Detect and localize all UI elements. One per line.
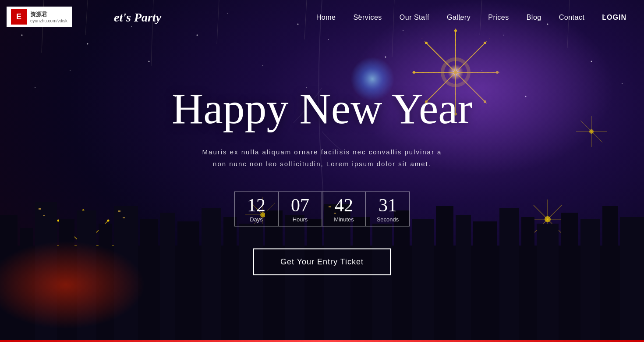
countdown-minutes: 42 Minutes [322,192,366,227]
nav-item-contact[interactable]: Contact [559,14,585,21]
svg-rect-141 [43,215,45,216]
svg-rect-135 [537,224,559,342]
nav-link-blog[interactable]: Blog [527,14,541,21]
countdown-hours-value: 07 [291,196,309,214]
svg-rect-134 [521,217,534,342]
nav-item-blog[interactable]: Blog [527,14,541,21]
svg-line-106 [548,205,562,219]
nav-link-gallery[interactable]: Gallery [447,14,471,21]
nav-item-home[interactable]: Home [316,14,336,21]
svg-rect-140 [39,208,41,210]
svg-rect-139 [620,217,644,342]
nav-link-services[interactable]: Services [353,14,382,21]
countdown-hours: 07 Hours [278,192,322,227]
countdown-seconds-label: Seconds [377,216,399,222]
countdown-seconds-value: 31 [379,196,397,214]
hero-subtitle-line1: Mauris ex nulla aliquam ornare facilisis… [202,148,442,156]
countdown-days-value: 12 [247,196,265,214]
nav-item-services[interactable]: Services [353,14,382,21]
countdown-days-label: Days [250,216,263,222]
nav-login-button[interactable]: LOGIN [602,14,626,21]
nav-item-prices[interactable]: Prices [488,14,509,21]
svg-point-15 [149,61,150,62]
navigation: et's Party Home Services Our Staff Galle… [0,0,644,35]
svg-point-7 [328,39,329,40]
cta-ticket-button[interactable]: Get Your Entry Ticket [253,249,391,275]
svg-point-81 [107,220,110,222]
svg-rect-138 [602,206,618,342]
svg-point-14 [70,70,71,71]
nav-link-home[interactable]: Home [316,14,336,21]
svg-rect-142 [118,210,120,212]
hero-content: Happy New Year Mauris ex nulla aliquam o… [125,85,519,275]
nav-link-staff[interactable]: Our Staff [400,14,429,21]
bottom-accent-line [0,340,644,342]
hero-subtitle-line2: non nunc non leo sollicitudin, Lorem ips… [213,160,431,167]
watermark-name: 资源君 [30,11,67,18]
countdown-seconds: 31 Seconds [366,192,410,227]
hero-title: Happy New Year [125,85,519,133]
countdown-timer: 12 Days 07 Hours 42 Minutes 31 Seconds [125,192,519,227]
countdown-minutes-value: 42 [335,196,353,214]
nav-link-prices[interactable]: Prices [488,14,509,21]
hero-subtitle: Mauris ex nulla aliquam ornare facilisis… [125,146,519,170]
nav-item-staff[interactable]: Our Staff [400,14,429,21]
nav-links: Home Services Our Staff Gallery Prices B… [316,14,585,21]
watermark-logo: E [11,9,27,25]
watermark-url: eyunzhu.com/vdisk [30,18,67,23]
nav-item-gallery[interactable]: Gallery [447,14,471,21]
svg-point-2 [87,43,88,45]
countdown-minutes-label: Minutes [334,216,354,222]
hero-section: E 资源君 eyunzhu.com/vdisk [0,0,644,342]
svg-point-79 [57,220,60,222]
watermark-text: 资源君 eyunzhu.com/vdisk [30,11,67,23]
countdown-hours-label: Hours [293,216,308,222]
svg-rect-136 [561,213,578,342]
watermark: E 资源君 eyunzhu.com/vdisk [7,7,72,27]
svg-rect-137 [580,219,600,342]
countdown-days: 12 Days [234,192,278,227]
svg-point-20 [35,87,35,88]
svg-line-104 [534,205,548,219]
svg-point-24 [622,83,623,84]
svg-point-16 [262,65,263,66]
nav-link-contact[interactable]: Contact [559,14,585,21]
